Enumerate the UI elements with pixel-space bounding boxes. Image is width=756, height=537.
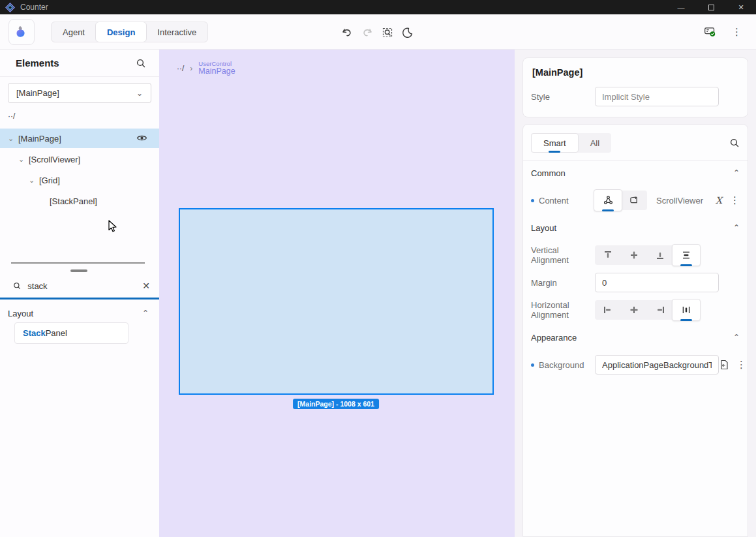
close-button[interactable]: ✕ [726, 0, 756, 14]
section-common[interactable]: Common ⌃ [531, 163, 740, 183]
chevron-up-icon: ⌃ [142, 309, 149, 317]
valign-stretch-button[interactable] [672, 244, 701, 266]
flame-logo-icon [13, 23, 30, 40]
background-property-row: Background ⋮ [531, 355, 740, 375]
search-icon [13, 281, 21, 291]
selection-size-badge: [MainPage] - 1008 x 601 [293, 399, 379, 409]
element-tree: ⌄ [MainPage] ⌄ [ScrollViewer] ⌄ [Grid] [… [0, 129, 159, 212]
toolbox-search: ✕ [0, 274, 159, 298]
tag-icon [629, 195, 639, 206]
selected-element-outline[interactable] [179, 208, 494, 395]
active-segment-indicator [680, 319, 692, 321]
visibility-eye-icon[interactable] [136, 133, 147, 143]
properties-card: Smart All Common ⌃ Content [522, 124, 748, 537]
search-focus-underline [0, 298, 159, 299]
chevron-down-icon[interactable]: ⌄ [8, 134, 18, 143]
valign-bottom-button[interactable] [647, 245, 673, 265]
mode-tab-group: Agent Design Interactive [51, 22, 208, 42]
undo-button[interactable] [340, 26, 353, 38]
modified-dot [531, 363, 534, 367]
inspect-element-button[interactable] [381, 26, 393, 38]
style-input[interactable] [595, 87, 719, 106]
tree-item-mainpage[interactable]: ⌄ [MainPage] [0, 129, 159, 148]
vm-status-button[interactable] [704, 25, 716, 38]
design-canvas[interactable]: ··/ › UserControl MainPage [MainPage] - … [159, 50, 515, 537]
margin-input[interactable] [595, 273, 719, 292]
vertical-alignment-row: Vertical Alignment [531, 245, 740, 265]
horizontal-alignment-row: Horizontal Alignment [531, 300, 740, 320]
content-property-row: Content [531, 191, 740, 210]
halign-center-button[interactable] [621, 300, 647, 320]
tab-agent[interactable]: Agent [52, 22, 96, 42]
app-logo-icon [5, 3, 15, 12]
moon-icon [402, 27, 414, 38]
minimize-icon: — [678, 3, 685, 11]
splitter-drag-handle[interactable] [70, 269, 87, 272]
search-icon[interactable] [136, 58, 146, 69]
align-left-icon [603, 305, 613, 315]
horizontal-alignment-toggle [595, 300, 699, 320]
breadcrumb-root[interactable]: ··/ [177, 64, 184, 73]
tree-item-grid[interactable]: ⌄ [Grid] [0, 170, 159, 190]
align-vertical-center-icon [629, 250, 639, 260]
halign-stretch-button[interactable] [672, 299, 701, 321]
chevron-down-icon[interactable]: ⌄ [29, 176, 39, 185]
halign-right-button[interactable] [647, 300, 673, 320]
chevron-down-icon: ⌄ [136, 89, 143, 97]
titlebar: Counter — ✕ [0, 0, 756, 14]
properties-title: [MainPage] [531, 66, 740, 78]
toolbox-item-stackpanel[interactable]: StackPanel [14, 322, 129, 344]
elements-panel: Elements [MainPage] ⌄ ··/ ⌄ [MainPage] ⌄ [0, 50, 159, 537]
toolbar: Agent Design Interactive [0, 14, 756, 50]
content-value: ScrollViewer [656, 196, 703, 206]
vm-connected-icon [704, 25, 716, 38]
maximize-button[interactable] [696, 0, 726, 14]
tab-design[interactable]: Design [95, 22, 147, 42]
align-horizontal-center-icon [629, 305, 639, 315]
selected-element-card: [MainPage] Style [522, 57, 748, 117]
property-menu-icon[interactable]: ⋮ [730, 194, 740, 206]
tree-root-path[interactable]: ··/ [8, 112, 15, 121]
root-element-selector[interactable]: [MainPage] ⌄ [8, 83, 151, 103]
property-menu-icon[interactable]: ⋮ [736, 359, 746, 371]
elements-panel-title: Elements [16, 57, 59, 69]
content-label: Content [539, 196, 569, 206]
section-layout[interactable]: Layout ⌃ [531, 218, 740, 238]
resource-icon[interactable] [719, 360, 729, 370]
halign-left-button[interactable] [595, 300, 621, 320]
properties-panel: [MainPage] Style Smart All [515, 50, 756, 537]
redo-button[interactable] [361, 26, 373, 38]
minimize-button[interactable]: — [666, 0, 696, 14]
results-section-header[interactable]: Layout ⌃ [8, 305, 149, 321]
tree-item-stackpanel[interactable]: [StackPanel] [0, 191, 159, 211]
app-home-button[interactable] [8, 19, 35, 45]
theme-toggle-button[interactable] [401, 26, 414, 38]
window-title: Counter [20, 3, 48, 12]
undo-icon [341, 27, 353, 38]
breadcrumb-current[interactable]: UserControl MainPage [198, 61, 235, 76]
search-icon[interactable] [729, 138, 740, 148]
content-element-mode-button[interactable] [594, 189, 622, 211]
background-label: Background [539, 360, 584, 370]
tab-interactive[interactable]: Interactive [146, 22, 207, 42]
chevron-down-icon[interactable]: ⌄ [18, 155, 29, 164]
hierarchy-icon [603, 195, 614, 206]
binding-icon[interactable]: X [716, 195, 722, 206]
chevron-up-icon: ⌃ [733, 224, 740, 232]
content-mode-toggle [595, 191, 647, 210]
horizontal-alignment-label: Horizontal Alignment [531, 300, 587, 320]
tab-all[interactable]: All [579, 133, 611, 153]
clear-search-icon[interactable]: ✕ [142, 281, 150, 291]
valign-top-button[interactable] [595, 245, 621, 265]
more-options-button[interactable]: ⋮ [731, 25, 743, 38]
margin-label: Margin [531, 278, 587, 288]
kebab-icon: ⋮ [732, 26, 742, 38]
tree-item-scrollviewer[interactable]: ⌄ [ScrollViewer] [0, 149, 159, 169]
background-input[interactable] [595, 355, 719, 375]
tab-smart[interactable]: Smart [531, 133, 579, 153]
toolbox-search-input[interactable] [27, 281, 142, 291]
section-appearance[interactable]: Appearance ⌃ [531, 328, 740, 347]
margin-row: Margin [531, 273, 740, 292]
content-tag-mode-button[interactable] [621, 191, 647, 210]
valign-center-button[interactable] [621, 245, 647, 265]
